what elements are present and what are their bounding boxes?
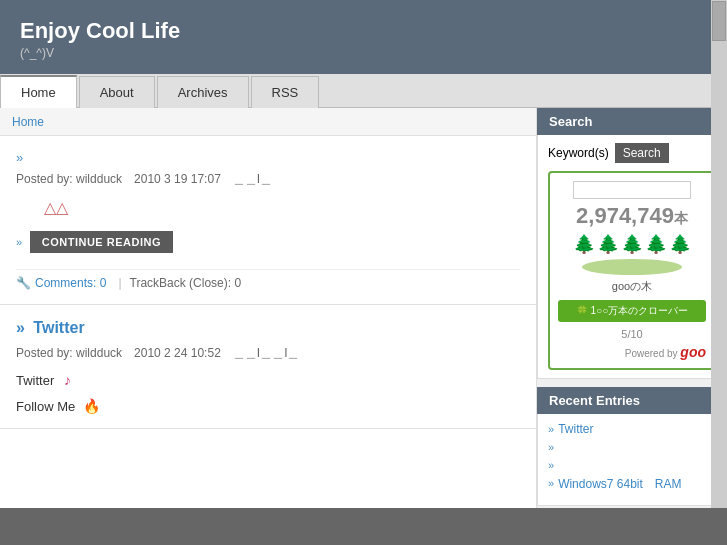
widget-fraction: 5/10: [558, 328, 706, 340]
music-icon: ♪: [64, 372, 71, 388]
recent-entry-2: »: [548, 440, 716, 454]
tree-label: gooの木: [558, 279, 706, 294]
entry-arrow-2: »: [548, 441, 554, 453]
scrollbar-thumb[interactable]: [712, 1, 726, 41]
tree-mound: [582, 259, 682, 275]
widget-search-input[interactable]: [573, 181, 691, 199]
recent-entry-1: » Twitter: [548, 422, 716, 436]
wrench-icon: 🔧: [16, 276, 31, 290]
breadcrumb-link[interactable]: Home: [12, 115, 44, 129]
post-decoration-1: △△: [16, 198, 96, 217]
trackback-text: TrackBack (Close): 0: [130, 276, 242, 290]
tree-icon-1: 🌲: [573, 233, 595, 255]
tree-icon-2: 🌲: [597, 233, 619, 255]
search-section: Search Keyword(s) Search 2,974,749本 🌲: [537, 108, 727, 379]
post-arrow-1: »: [16, 150, 520, 165]
footer-divider: |: [118, 276, 121, 290]
entry-arrow-1: »: [548, 423, 554, 435]
tree-icon-3: 🌲: [621, 233, 643, 255]
entry-link-twitter[interactable]: Twitter: [558, 422, 593, 436]
nav-bar: Home About Archives RSS: [0, 74, 727, 108]
content-wrapper: Home » Posted by: wildduck 2010 3 19 17:…: [0, 108, 727, 508]
trees-visual: 🌲 🌲 🌲 🌲 🌲: [558, 233, 706, 255]
green-widget: 2,974,749本 🌲 🌲 🌲 🌲 🌲 gooの木 🍀 1○○万本のクローバー: [548, 171, 716, 370]
recent-entries-header: Recent Entries: [537, 387, 727, 414]
site-title: Enjoy Cool Life: [20, 18, 707, 44]
keyword-label: Keyword(s): [548, 146, 609, 160]
continue-arrow-icon: »: [16, 236, 22, 248]
entry-arrow-4: »: [548, 477, 554, 489]
sidebar: Search Keyword(s) Search 2,974,749本 🌲: [537, 108, 727, 508]
entry-link-windows[interactable]: Windows7 64bit RAM: [558, 476, 681, 493]
main-content: Home » Posted by: wildduck 2010 3 19 17:…: [0, 108, 537, 508]
recent-entries-section: Recent Entries » Twitter » » » Windows7 …: [537, 387, 727, 506]
follow-label: Follow Me: [16, 399, 75, 414]
follow-row: Follow Me 🔥: [16, 398, 520, 414]
search-body: Keyword(s) Search 2,974,749本 🌲 🌲 🌲: [537, 135, 727, 379]
nav-item-home[interactable]: Home: [0, 75, 77, 108]
post-title-twitter: » Twitter: [16, 319, 520, 337]
recent-entries-body: » Twitter » » » Windows7 64bit RAM: [537, 414, 727, 506]
post-meta-1: Posted by: wildduck 2010 3 19 17:07 ＿＿I＿: [16, 171, 520, 188]
tree-icon-4: 🌲: [645, 233, 667, 255]
site-header: Enjoy Cool Life (^_^)V: [0, 0, 727, 74]
scrollbar[interactable]: [711, 0, 727, 508]
tree-count: 2,974,749本: [558, 203, 706, 229]
comments-link[interactable]: Comments: 0: [35, 276, 106, 290]
title-arrow-icon: »: [16, 319, 25, 336]
entry-arrow-3: »: [548, 459, 554, 471]
nav-item-about[interactable]: About: [79, 76, 155, 108]
continue-reading-button[interactable]: CONTINUE READING: [30, 231, 173, 253]
search-button[interactable]: Search: [615, 143, 669, 163]
powered-by: Powered by goo: [558, 344, 706, 360]
twitter-label: Twitter: [16, 373, 54, 388]
twitter-content: Twitter ♪: [16, 372, 520, 388]
tree-icon-5: 🌲: [669, 233, 691, 255]
clover-button[interactable]: 🍀 1○○万本のクローバー: [558, 300, 706, 322]
post-2-twitter: » Twitter Posted by: wildduck 2010 2 24 …: [0, 305, 536, 429]
recent-entry-4: » Windows7 64bit RAM: [548, 476, 716, 493]
breadcrumb: Home: [0, 108, 536, 136]
search-row: Keyword(s) Search: [548, 143, 716, 163]
post-footer-1: 🔧 Comments: 0 | TrackBack (Close): 0: [16, 269, 520, 290]
goo-brand: goo: [680, 344, 706, 360]
site-subtitle: (^_^)V: [20, 46, 707, 60]
post-meta-2: Posted by: wildduck 2010 2 24 10:52 ＿＿I＿…: [16, 345, 520, 362]
fire-icon: 🔥: [83, 398, 100, 414]
nav-item-archives[interactable]: Archives: [157, 76, 249, 108]
recent-entry-3: »: [548, 458, 716, 472]
nav-item-rss[interactable]: RSS: [251, 76, 320, 108]
post-1: » Posted by: wildduck 2010 3 19 17:07 ＿＿…: [0, 136, 536, 305]
search-header: Search: [537, 108, 727, 135]
